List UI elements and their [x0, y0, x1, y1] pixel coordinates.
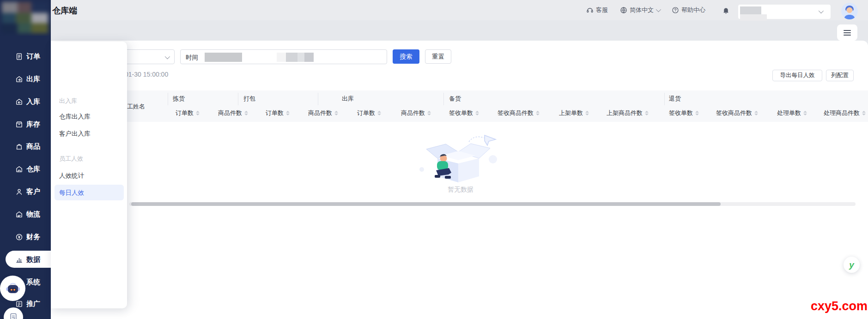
headset-icon: [586, 6, 594, 14]
globe-icon: [620, 6, 627, 14]
empty-state-illustration: [414, 131, 507, 187]
column-group-0: 拣货: [173, 95, 185, 103]
warehouse-app: 仓库端 客服 简体中文 帮助中心 首页: [0, 0, 868, 319]
sidebar-item-customer[interactable]: 客户: [0, 181, 51, 203]
last-update-text: 01-30 15:00:00: [125, 71, 168, 78]
sort-caret-icon[interactable]: [862, 111, 866, 115]
column-0-1[interactable]: 商品件数: [218, 109, 248, 117]
select-chevron-down-icon: [165, 54, 170, 59]
sidebar-item-inbound[interactable]: 入库: [0, 90, 51, 113]
sidebar-item-label: 出库: [26, 75, 40, 84]
sort-caret-icon[interactable]: [377, 111, 381, 115]
sort-caret-icon[interactable]: [803, 111, 807, 115]
app-logo: [0, 0, 51, 36]
logistics-icon: [15, 211, 23, 218]
sidebar-item-label: 数据: [26, 255, 40, 264]
flyout-menu: 出入库仓库出入库客户出入库员工人效人效统计每日人效: [51, 42, 127, 308]
sort-caret-icon[interactable]: [334, 111, 338, 115]
column-label: 订单数: [266, 109, 284, 117]
sort-caret-icon[interactable]: [244, 111, 248, 115]
sidebar-item-finance[interactable]: 财务: [0, 226, 51, 248]
sidebar-item-data[interactable]: 数据: [0, 248, 51, 271]
header-divider: [238, 93, 238, 105]
column-1-0[interactable]: 订单数: [266, 109, 290, 117]
column-group-1: 打包: [243, 95, 255, 103]
column-label: 商品件数: [218, 109, 242, 117]
sidebar-item-logistics[interactable]: 物流: [0, 203, 51, 225]
column-3-1[interactable]: 签收商品件数: [498, 109, 540, 117]
flyout-item-0-0[interactable]: 仓库出入库: [59, 113, 91, 121]
column-group-3: 备货: [449, 95, 461, 103]
header-divider: [168, 93, 168, 105]
column-4-1[interactable]: 签收商品件数: [716, 109, 758, 117]
column-1-1[interactable]: 商品件数: [308, 109, 338, 117]
tab-list-button[interactable]: [837, 24, 857, 41]
hamburger-icon: [844, 29, 851, 37]
header-divider: [443, 93, 444, 105]
sort-caret-icon[interactable]: [427, 111, 431, 115]
help-center-link[interactable]: 帮助中心: [672, 6, 705, 14]
sidebar-item-product[interactable]: 商品: [0, 135, 51, 157]
sort-caret-icon[interactable]: [585, 111, 589, 115]
column-2-1[interactable]: 商品件数: [401, 109, 431, 117]
sort-caret-icon[interactable]: [695, 111, 699, 115]
sidebar-item-outbound[interactable]: 出库: [0, 68, 51, 90]
sidebar-item-order[interactable]: 订单: [0, 45, 51, 67]
robot-icon: [3, 279, 23, 298]
finance-icon: [15, 233, 23, 241]
notification-bell-icon[interactable]: [722, 6, 730, 16]
column-4-3[interactable]: 处理商品件数: [824, 109, 866, 117]
column-label: 商品件数: [308, 109, 332, 117]
sort-caret-icon[interactable]: [475, 111, 479, 115]
sidebar-item-label: 库存: [26, 120, 40, 129]
column-label: 签收商品件数: [498, 109, 534, 117]
column-3-2[interactable]: 上架单数: [559, 109, 589, 117]
sidebar-item-label: 财务: [26, 233, 40, 241]
inventory-icon: [15, 120, 23, 128]
data-icon: [15, 256, 23, 264]
sort-caret-icon[interactable]: [536, 111, 540, 115]
support-link[interactable]: 客服: [586, 6, 608, 14]
column-0-0[interactable]: 订单数: [176, 109, 200, 117]
sort-caret-icon[interactable]: [286, 111, 290, 115]
flyout-item-0-1[interactable]: 客户出入库: [59, 130, 91, 138]
logo-blurred-image: [2, 2, 48, 33]
sort-caret-icon[interactable]: [196, 111, 200, 115]
sidebar-item-label: 仓库: [26, 165, 40, 174]
time-label: 时间: [186, 54, 198, 62]
column-group-2: 出库: [342, 95, 354, 103]
floating-brand-widget[interactable]: y: [844, 257, 860, 273]
sidebar-item-label: 入库: [26, 97, 40, 106]
column-3-0[interactable]: 签收单数: [449, 109, 479, 117]
customer-icon: [15, 188, 23, 196]
horizontal-scrollbar: [129, 202, 856, 206]
sidebar-item-warehouse[interactable]: 仓库: [0, 158, 51, 180]
language-switcher[interactable]: 简体中文: [620, 6, 660, 14]
column-4-0[interactable]: 签收单数: [669, 109, 699, 117]
column-3-3[interactable]: 上架商品件数: [607, 109, 649, 117]
tab-strip: [0, 20, 868, 41]
export-daily-efficiency-button[interactable]: 导出每日人效: [772, 70, 822, 81]
horizontal-scrollbar-thumb[interactable]: [131, 202, 721, 206]
chatbot-widget[interactable]: [0, 276, 25, 301]
flyout-section-title: 出入库: [59, 97, 77, 105]
column-4-2[interactable]: 处理单数: [777, 109, 807, 117]
date-end-redacted: [277, 53, 314, 62]
time-range-input[interactable]: 时间: [180, 49, 387, 64]
flyout-item-1-0[interactable]: 人效统计: [59, 172, 84, 180]
table-header: 员工姓名拣货打包出库备货退货订单数商品件数订单数商品件数订单数商品件数签收单数签…: [51, 90, 868, 122]
sidebar-item-inventory[interactable]: 库存: [0, 113, 51, 135]
user-name-redacted: [740, 6, 761, 14]
avatar[interactable]: [841, 3, 858, 19]
column-config-button[interactable]: 列配置: [826, 70, 854, 81]
sidebar: 订单出库入库库存商品仓库客户物流财务数据系统推广: [0, 0, 51, 319]
column-2-0[interactable]: 订单数: [357, 109, 381, 117]
flyout-item-1-1[interactable]: 每日人效: [59, 189, 84, 197]
sort-caret-icon[interactable]: [754, 111, 758, 115]
top-bar: 仓库端 客服 简体中文 帮助中心: [0, 0, 868, 20]
search-button[interactable]: 搜索: [393, 49, 419, 64]
sidebar-item-label: 推广: [26, 300, 40, 308]
sidebar-item-label: 系统: [26, 278, 40, 287]
sort-caret-icon[interactable]: [645, 111, 649, 115]
reset-button[interactable]: 重置: [425, 49, 451, 64]
